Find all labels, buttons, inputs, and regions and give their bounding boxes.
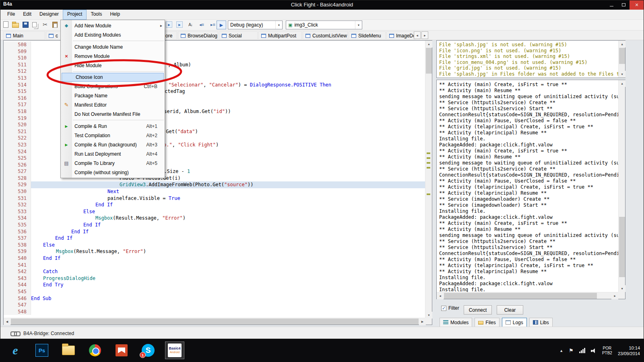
- indent-icon[interactable]: [209, 21, 217, 28]
- scroll-up-icon[interactable]: ▲: [619, 41, 625, 47]
- menu-edit[interactable]: Edit: [19, 10, 35, 20]
- menu-item-add-existing-modules[interactable]: Add Existing Modules: [61, 30, 165, 39]
- module-tab-browsedialog[interactable]: BrowseDialog: [178, 31, 218, 40]
- module-tab-social[interactable]: Social: [219, 31, 258, 40]
- menu-help[interactable]: Help: [106, 10, 124, 20]
- tab-modules[interactable]: Modules: [440, 318, 472, 327]
- connect-button[interactable]: Connect: [464, 305, 492, 315]
- runtime-log-panel[interactable]: ** Activity (main) Create, isFirst = tru…: [436, 80, 625, 299]
- code-line-542[interactable]: 542Catch: [4, 268, 425, 275]
- minimize-button[interactable]: [605, 0, 617, 10]
- code-line-545[interactable]: 545: [4, 288, 425, 295]
- editor-hscroll-thumb[interactable]: [11, 319, 419, 325]
- menu-item-change-module-name[interactable]: Change Module Name: [61, 42, 165, 51]
- new-file-icon[interactable]: [3, 21, 8, 28]
- scroll-up-icon[interactable]: ▲: [619, 80, 625, 87]
- scroll-down-icon[interactable]: ▼: [619, 71, 625, 78]
- menu-tools[interactable]: Tools: [87, 10, 106, 20]
- tab-libs[interactable]: Libs: [529, 318, 553, 327]
- menu-item-do-not-overwrite-manifest-file[interactable]: Do Not Overwrite Manifest File: [61, 109, 165, 119]
- tab-logs[interactable]: Logs: [502, 318, 527, 327]
- editor-vertical-scrollbar[interactable]: ▲ ▼: [425, 41, 432, 319]
- warnings-scroll-thumb[interactable]: [619, 48, 625, 64]
- module-tab-customlistview[interactable]: CustomListView: [303, 31, 348, 40]
- open-folder-icon[interactable]: [12, 23, 19, 28]
- menu-file[interactable]: File: [3, 10, 19, 20]
- code-line-535[interactable]: 535End If: [4, 222, 425, 228]
- build-config-dropdown[interactable]: Debug (legacy) ▼: [228, 21, 283, 29]
- menu-project[interactable]: Project: [63, 10, 87, 20]
- explorer-taskbar-icon[interactable]: [59, 341, 78, 359]
- module-tab-multipartpost[interactable]: MultipartPost: [258, 31, 302, 40]
- skype-taskbar-icon[interactable]: S1: [138, 341, 158, 359]
- code-line-540[interactable]: 540End If: [4, 255, 425, 262]
- nav-back-icon[interactable]: [166, 21, 172, 28]
- menu-item-compile-without-signing[interactable]: Compile (without signing): [61, 168, 165, 177]
- maximize-button[interactable]: [617, 0, 630, 10]
- volume-icon[interactable]: [591, 348, 597, 353]
- module-tab-main[interactable]: Main: [3, 31, 45, 40]
- code-line-546[interactable]: 546End Sub: [4, 295, 425, 302]
- menu-item-compile-to-library[interactable]: ▤Compile To LibraryAlt+5: [61, 158, 165, 168]
- network-icon[interactable]: [579, 348, 585, 353]
- menu-item-remove-module[interactable]: ×Remove Module: [61, 51, 165, 61]
- code-line-532[interactable]: 532End If: [4, 202, 425, 208]
- code-line-537[interactable]: 537End If: [4, 235, 425, 242]
- code-line-531[interactable]: 531painelface.Visible = True: [4, 195, 425, 202]
- editor-horizontal-scrollbar[interactable]: ◀ ▶: [4, 318, 426, 325]
- log-hscroll-thumb[interactable]: [444, 293, 597, 299]
- scroll-left-icon[interactable]: ◀: [4, 318, 10, 325]
- menu-item-add-new-module[interactable]: ◆Add New Module▸: [61, 21, 165, 30]
- scroll-right-icon[interactable]: ▶: [611, 292, 618, 299]
- sort-az-icon[interactable]: [187, 21, 194, 28]
- tab-scroll-right-button[interactable]: ▸: [421, 31, 428, 39]
- module-tab-imagedo[interactable]: ImageDo: [386, 31, 415, 40]
- b4a-taskbar-icon[interactable]: Basic4Android: [165, 341, 184, 359]
- module-tab-slidemenu[interactable]: SlideMenu: [349, 31, 386, 40]
- save-icon[interactable]: [23, 22, 29, 28]
- menu-item-test-compilation[interactable]: Test CompilationAlt+2: [61, 131, 165, 140]
- nav-forward-icon[interactable]: [176, 21, 183, 28]
- menu-item-run-last-deployment[interactable]: Run Last DeploymentAlt+4: [61, 149, 165, 158]
- menu-item-compile-run-background[interactable]: ▶Compile & Run (background)Alt+3: [61, 140, 165, 149]
- filter-checkbox[interactable]: ✓: [441, 306, 446, 311]
- code-line-541[interactable]: 541: [4, 262, 425, 269]
- menu-item-compile-run[interactable]: ▶Compile & RunAlt+1: [61, 121, 165, 131]
- ie-taskbar-icon[interactable]: e: [6, 341, 25, 359]
- code-line-529[interactable]: 529GridView3.AddImageFromWeb(Photo.Get("…: [4, 181, 425, 188]
- code-line-538[interactable]: 538Else: [4, 242, 425, 249]
- office-taskbar-icon[interactable]: [112, 341, 131, 359]
- photoshop-taskbar-icon[interactable]: Ps: [32, 341, 52, 359]
- close-button[interactable]: ✕: [630, 0, 644, 10]
- clear-button[interactable]: Clear: [497, 305, 523, 315]
- menu-item-manifest-editor[interactable]: ✎Manifest Editor: [61, 100, 165, 109]
- chrome-taskbar-icon[interactable]: [85, 341, 105, 359]
- cut-icon[interactable]: [41, 21, 49, 28]
- code-line-539[interactable]: 539Msgbox(Result.Message, "Error"): [4, 248, 425, 255]
- run-button[interactable]: ▶: [217, 21, 226, 29]
- code-line-543[interactable]: 543ProgressDialogHide: [4, 275, 425, 282]
- scroll-left-icon[interactable]: ◀: [437, 292, 444, 299]
- scroll-up-icon[interactable]: ▲: [425, 41, 432, 47]
- code-line-544[interactable]: 544End Try: [4, 282, 425, 288]
- paste-icon[interactable]: [52, 22, 58, 28]
- log-vertical-scrollbar[interactable]: ▲ ▼: [618, 80, 625, 292]
- clock[interactable]: 10:14 23/09/2014: [618, 345, 640, 356]
- code-line-548[interactable]: 548: [4, 309, 425, 315]
- menu-item-choose-icon[interactable]: Choose Icon: [62, 73, 164, 82]
- menu-designer[interactable]: Designer: [35, 10, 63, 20]
- code-line-547[interactable]: 547: [4, 302, 425, 309]
- copy-icon[interactable]: [32, 22, 37, 27]
- code-line-534[interactable]: 534Msgbox(Result.Message, "Error"): [4, 215, 425, 222]
- code-line-536[interactable]: 536End If: [4, 228, 425, 235]
- menu-item-package-name[interactable]: Package Name: [61, 91, 165, 100]
- tab-scroll-left-button[interactable]: ◂: [414, 31, 421, 39]
- event-dropdown[interactable]: ▣ img3_Click ▼: [286, 21, 362, 29]
- show-hidden-icons-button[interactable]: ▲: [559, 349, 563, 353]
- menu-item-build-configurations[interactable]: Build ConfigurationsCtrl+B: [61, 82, 165, 91]
- language-indicator[interactable]: POR PTB2: [602, 346, 612, 356]
- code-line-530[interactable]: 530Next: [4, 188, 425, 195]
- action-center-icon[interactable]: ⚑: [569, 348, 574, 354]
- log-vscroll-thumb[interactable]: [619, 217, 625, 277]
- editor-vscroll-thumb[interactable]: [426, 48, 432, 74]
